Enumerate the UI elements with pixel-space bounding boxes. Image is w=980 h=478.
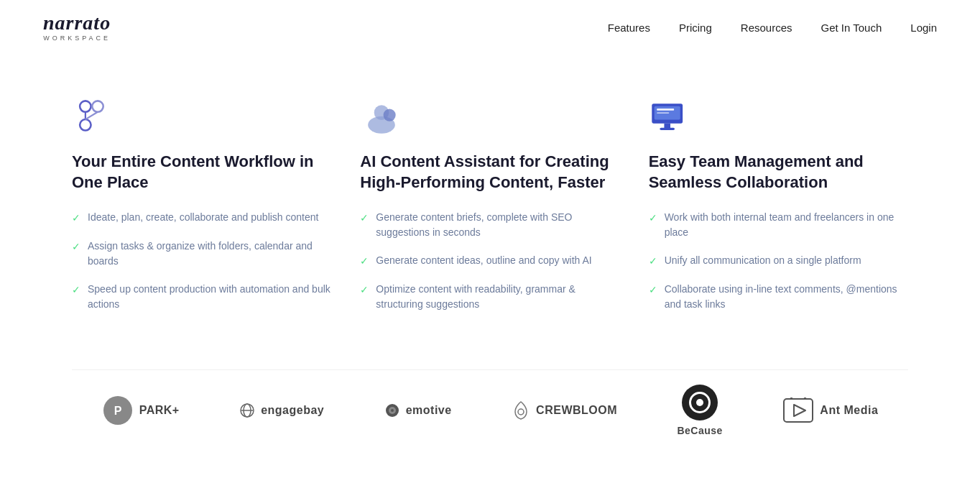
- check-icon: ✓: [360, 254, 369, 269]
- team-icon: [649, 98, 692, 137]
- list-item: ✓ Work with both internal team and freel…: [649, 210, 908, 240]
- logo-crewbloom: CREWBLOOM: [512, 400, 617, 420]
- svg-point-0: [80, 101, 91, 111]
- logo-sub: WORKSPACE: [43, 35, 111, 42]
- header: narrato WORKSPACE Features Pricing Resou…: [0, 0, 980, 55]
- because-icon: [682, 385, 718, 420]
- engagebay-text: engagebay: [261, 404, 324, 417]
- svg-rect-10: [664, 124, 670, 129]
- list-item: ✓ Unify all communication on a single pl…: [649, 253, 908, 269]
- emotive-icon: [384, 403, 400, 418]
- list-item: ✓ Optimize content with readability, gra…: [360, 282, 619, 312]
- svg-rect-11: [660, 128, 675, 130]
- antmedia-icon: [782, 397, 814, 423]
- crewbloom-brand: CREWBLOOM: [512, 400, 617, 420]
- feature-team-list: ✓ Work with both internal team and freel…: [649, 210, 908, 312]
- logo: narrato WORKSPACE: [43, 13, 111, 42]
- engagebay-icon: [239, 403, 255, 418]
- feature-ai-title: AI Content Assistant for Creating High-P…: [360, 152, 619, 193]
- svg-text:P: P: [114, 405, 121, 417]
- features-section: Your Entire Content Workflow in One Plac…: [72, 98, 908, 312]
- parkplus-text: PARK+: [139, 404, 180, 417]
- svg-point-1: [92, 101, 103, 111]
- feature-team: Easy Team Management and Seamless Collab…: [649, 98, 908, 312]
- svg-marker-24: [794, 405, 805, 416]
- svg-rect-23: [784, 399, 813, 422]
- list-item: ✓ Generate content briefs, complete with…: [360, 210, 619, 240]
- feature-workflow-list: ✓ Ideate, plan, create, collaborate and …: [72, 210, 331, 312]
- nav-resources[interactable]: Resources: [741, 22, 792, 34]
- crewbloom-icon: [512, 400, 530, 420]
- svg-point-7: [384, 109, 396, 121]
- list-item: ✓ Assign tasks & organize with folders, …: [72, 239, 331, 269]
- svg-line-4: [85, 112, 98, 119]
- because-text: BeCause: [677, 425, 722, 436]
- list-item-text: Assign tasks & organize with folders, ca…: [88, 239, 331, 269]
- check-icon: ✓: [649, 282, 657, 298]
- list-item-text: Collaborate using in-line text comments,…: [665, 282, 908, 312]
- navigation: Features Pricing Resources Get In Touch …: [608, 22, 937, 34]
- feature-workflow: Your Entire Content Workflow in One Plac…: [72, 98, 331, 312]
- list-item-text: Generate content ideas, outline and copy…: [376, 253, 591, 268]
- emotive-text: emotive: [406, 404, 452, 417]
- logo-antmedia: Ant Media: [782, 397, 878, 423]
- logo-engagebay: engagebay: [239, 403, 324, 418]
- feature-ai-list: ✓ Generate content briefs, complete with…: [360, 210, 619, 312]
- check-icon: ✓: [649, 211, 657, 226]
- logo-emotive: emotive: [384, 403, 452, 418]
- svg-point-21: [391, 409, 394, 412]
- nav-login[interactable]: Login: [910, 22, 937, 34]
- check-icon: ✓: [72, 239, 80, 254]
- list-item-text: Unify all communication on a single plat…: [665, 253, 861, 268]
- list-item-text: Work with both internal team and freelan…: [665, 210, 908, 240]
- list-item: ✓ Generate content ideas, outline and co…: [360, 253, 619, 269]
- ai-icon: [360, 98, 403, 137]
- check-icon: ✓: [72, 211, 80, 226]
- parkplus-icon: P: [102, 395, 134, 426]
- workflow-icon: [72, 98, 115, 137]
- logos-section: P PARK+ engagebay: [72, 369, 908, 451]
- list-item: ✓ Speed up content production with autom…: [72, 282, 331, 312]
- main-content: Your Entire Content Workflow in One Plac…: [0, 55, 980, 478]
- list-item: ✓ Ideate, plan, create, collaborate and …: [72, 210, 331, 226]
- svg-point-22: [518, 409, 524, 415]
- logo-because: BeCause: [677, 385, 722, 436]
- svg-rect-12: [657, 109, 674, 111]
- list-item-text: Speed up content production with automat…: [88, 282, 331, 312]
- svg-point-2: [80, 119, 91, 130]
- check-icon: ✓: [360, 282, 369, 298]
- parkplus-brand: P PARK+: [102, 395, 180, 426]
- because-brand: BeCause: [677, 385, 722, 436]
- nav-features[interactable]: Features: [608, 22, 650, 34]
- list-item: ✓ Collaborate using in-line text comment…: [649, 282, 908, 312]
- feature-team-title: Easy Team Management and Seamless Collab…: [649, 152, 908, 193]
- logo-parkplus: P PARK+: [102, 395, 180, 426]
- svg-rect-13: [657, 112, 669, 114]
- engagebay-brand: engagebay: [239, 403, 324, 418]
- feature-workflow-title: Your Entire Content Workflow in One Plac…: [72, 152, 331, 193]
- check-icon: ✓: [649, 254, 657, 269]
- logo-text: narrato: [43, 13, 111, 33]
- antmedia-text: Ant Media: [820, 404, 878, 417]
- nav-get-in-touch[interactable]: Get In Touch: [821, 22, 882, 34]
- check-icon: ✓: [360, 211, 369, 226]
- list-item-text: Generate content briefs, complete with S…: [376, 210, 619, 240]
- list-item-text: Optimize content with readability, gramm…: [376, 282, 619, 312]
- because-inner: [689, 392, 711, 413]
- feature-ai: AI Content Assistant for Creating High-P…: [360, 98, 619, 312]
- emotive-brand: emotive: [384, 403, 452, 418]
- antmedia-brand: Ant Media: [782, 397, 878, 423]
- nav-pricing[interactable]: Pricing: [679, 22, 712, 34]
- crewbloom-text: CREWBLOOM: [536, 404, 617, 417]
- list-item-text: Ideate, plan, create, collaborate and pu…: [88, 210, 318, 225]
- check-icon: ✓: [72, 282, 80, 298]
